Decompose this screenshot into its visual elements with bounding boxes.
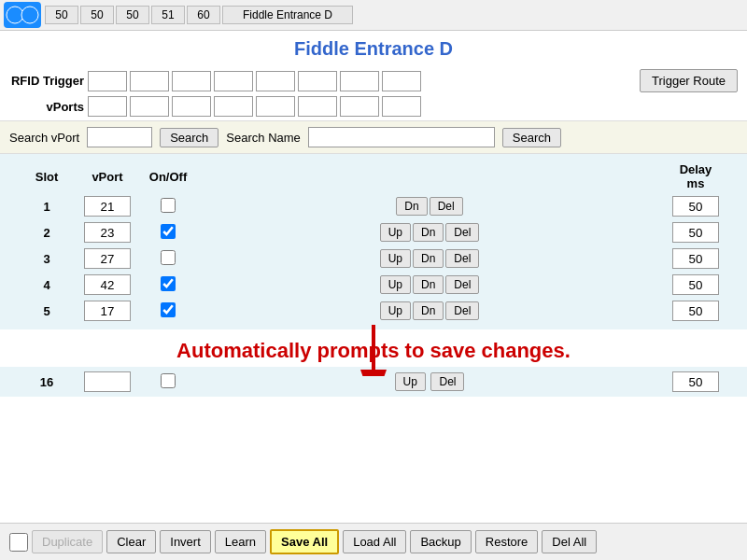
vport-field-1[interactable] xyxy=(84,196,131,217)
toolbar-checkbox[interactable] xyxy=(9,533,28,552)
vport-input-1[interactable] xyxy=(88,96,127,117)
table-row-4: 4UpDnDel xyxy=(19,272,728,298)
del-all-button[interactable]: Del All xyxy=(542,530,597,553)
col-vport: vPort xyxy=(75,160,140,193)
search-vport-input[interactable] xyxy=(87,127,152,147)
vport-field-4[interactable] xyxy=(84,274,131,295)
restore-button[interactable]: Restore xyxy=(475,530,539,553)
del-button-3[interactable]: Del xyxy=(445,249,479,268)
dn-button-5[interactable]: Dn xyxy=(413,301,444,320)
search-vport-button[interactable]: Search xyxy=(160,128,218,147)
del-button-2[interactable]: Del xyxy=(445,223,479,242)
search-name-input[interactable] xyxy=(308,127,495,147)
load-all-button[interactable]: Load All xyxy=(343,530,406,553)
up-button-3[interactable]: Up xyxy=(380,249,411,268)
delay-input-2[interactable] xyxy=(672,222,719,243)
dn-button-4[interactable]: Dn xyxy=(413,275,444,294)
rfid-input-2[interactable] xyxy=(130,71,169,91)
table-row-5: 5UpDnDel xyxy=(19,298,728,324)
svg-point-0 xyxy=(7,7,23,23)
slot-1: 1 xyxy=(43,200,49,214)
backup-button[interactable]: Backup xyxy=(410,530,471,553)
vport-input-2[interactable] xyxy=(130,96,169,117)
row16-vport-input[interactable] xyxy=(84,371,131,392)
onoff-checkbox-5[interactable] xyxy=(161,302,176,317)
col-delay: Delay ms xyxy=(663,160,728,193)
top-nav: 50 50 50 51 60 Fiddle Entrance D xyxy=(0,0,747,31)
duplicate-button: Duplicate xyxy=(32,530,103,553)
nav-entrance-label[interactable]: Fiddle Entrance D xyxy=(222,6,353,24)
search-vport-label: Search vPort xyxy=(9,131,79,145)
slot-5: 5 xyxy=(43,304,49,318)
dn-button-2[interactable]: Dn xyxy=(413,223,444,242)
up-button-2[interactable]: Up xyxy=(380,223,411,242)
del-button-5[interactable]: Del xyxy=(445,301,479,320)
col-slot: Slot xyxy=(19,160,75,193)
col-actions xyxy=(196,160,663,193)
rfid-input-1[interactable] xyxy=(88,71,127,91)
row16-del-button[interactable]: Del xyxy=(430,372,464,391)
vport-input-8[interactable] xyxy=(382,96,421,117)
rfid-inputs xyxy=(88,71,627,91)
learn-button[interactable]: Learn xyxy=(215,530,266,553)
vport-input-5[interactable] xyxy=(256,96,295,117)
onoff-checkbox-3[interactable] xyxy=(161,250,176,265)
svg-point-1 xyxy=(21,7,38,23)
vport-input-6[interactable] xyxy=(298,96,337,117)
rfid-input-3[interactable] xyxy=(172,71,211,91)
vport-field-3[interactable] xyxy=(84,248,131,269)
trigger-route-button[interactable]: Trigger Route xyxy=(640,69,738,92)
del-button-4[interactable]: Del xyxy=(445,275,479,294)
table-section: Slot vPort On/Off Delay ms 1DnDel2UpDnDe… xyxy=(0,154,747,329)
invert-button[interactable]: Invert xyxy=(160,530,211,553)
up-button-4[interactable]: Up xyxy=(380,275,411,294)
delay-input-3[interactable] xyxy=(672,248,719,269)
search-name-button[interactable]: Search xyxy=(502,128,561,147)
rfid-input-5[interactable] xyxy=(256,71,295,91)
rfid-input-7[interactable] xyxy=(340,71,379,91)
nav-num-4[interactable]: 51 xyxy=(151,6,185,24)
row16-section: 16 Up Del xyxy=(0,367,747,397)
table-row-2: 2UpDnDel xyxy=(19,219,728,245)
nav-num-1[interactable]: 50 xyxy=(45,6,78,24)
vport-field-5[interactable] xyxy=(84,301,131,321)
slot-4: 4 xyxy=(43,278,49,292)
dn-button-3[interactable]: Dn xyxy=(413,249,444,268)
search-name-label: Search Name xyxy=(226,131,300,145)
table-row-3: 3UpDnDel xyxy=(19,245,728,272)
vports-inputs xyxy=(88,96,738,117)
nav-num-3[interactable]: 50 xyxy=(116,6,149,24)
nav-num-5[interactable]: 60 xyxy=(187,6,220,24)
onoff-checkbox-1[interactable] xyxy=(161,198,176,213)
slot-3: 3 xyxy=(43,252,49,266)
delay-input-1[interactable] xyxy=(672,196,719,217)
save-all-button[interactable]: Save All xyxy=(270,529,339,554)
vport-input-7[interactable] xyxy=(340,96,379,117)
rfid-label: RFID Trigger xyxy=(9,74,84,88)
bottom-toolbar: Duplicate Clear Invert Learn Save All Lo… xyxy=(0,523,747,560)
row16-checkbox[interactable] xyxy=(161,373,176,388)
slot-2: 2 xyxy=(43,226,49,240)
arrow-graphic xyxy=(345,325,402,376)
onoff-checkbox-2[interactable] xyxy=(161,224,176,239)
vport-input-4[interactable] xyxy=(214,96,253,117)
delay-input-4[interactable] xyxy=(672,274,719,295)
rfid-input-4[interactable] xyxy=(214,71,253,91)
up-button-5[interactable]: Up xyxy=(380,301,411,320)
clear-button[interactable]: Clear xyxy=(106,530,156,553)
rfid-input-6[interactable] xyxy=(298,71,337,91)
vports-label: vPorts xyxy=(9,100,84,114)
nav-numbers: 50 50 50 51 60 Fiddle Entrance D xyxy=(45,6,743,24)
delay-input-5[interactable] xyxy=(672,301,719,321)
onoff-checkbox-4[interactable] xyxy=(161,276,176,291)
dn-button-1[interactable]: Dn xyxy=(396,197,427,216)
row16-delay-input[interactable] xyxy=(672,371,719,392)
col-onoff: On/Off xyxy=(140,160,196,193)
nav-num-2[interactable]: 50 xyxy=(80,6,114,24)
vport-field-2[interactable] xyxy=(84,222,131,243)
del-button-1[interactable]: Del xyxy=(430,197,463,216)
config-section: RFID Trigger Trigger Route vPorts xyxy=(0,65,747,120)
vport-input-3[interactable] xyxy=(172,96,211,117)
rfid-input-8[interactable] xyxy=(382,71,421,91)
page-title: Fiddle Entrance D xyxy=(294,38,453,59)
